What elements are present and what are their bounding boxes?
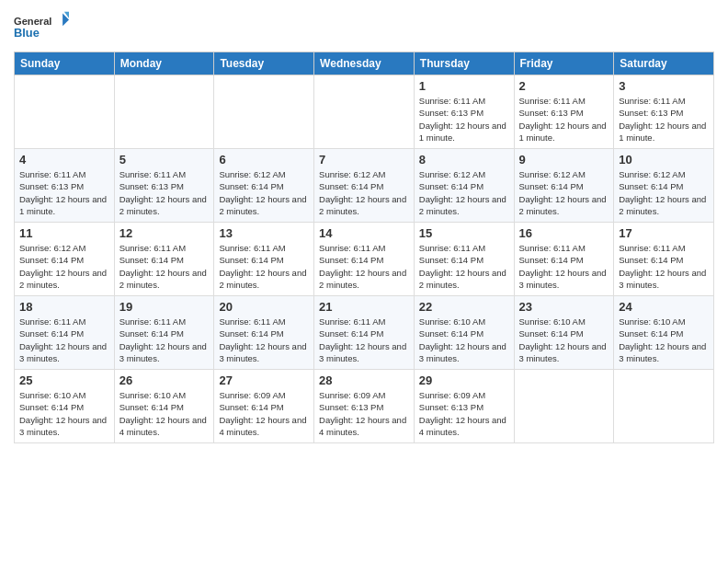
day-number: 4: [19, 153, 109, 167]
col-header-sunday: Sunday: [15, 52, 115, 75]
day-number: 15: [419, 226, 509, 240]
day-number: 7: [319, 153, 409, 167]
day-info: Sunrise: 6:11 AM Sunset: 6:13 PM Dayligh…: [419, 95, 509, 144]
header: General Blue: [14, 9, 714, 46]
day-info: Sunrise: 6:11 AM Sunset: 6:14 PM Dayligh…: [219, 316, 309, 364]
day-info: Sunrise: 6:11 AM Sunset: 6:14 PM Dayligh…: [219, 242, 309, 291]
day-number: 10: [619, 153, 709, 167]
day-number: 12: [119, 226, 210, 240]
day-number: 3: [619, 79, 709, 93]
day-info: Sunrise: 6:11 AM Sunset: 6:14 PM Dayligh…: [319, 242, 409, 291]
day-info: Sunrise: 6:10 AM Sunset: 6:14 PM Dayligh…: [519, 316, 609, 364]
day-info: Sunrise: 6:11 AM Sunset: 6:14 PM Dayligh…: [19, 316, 109, 364]
day-info: Sunrise: 6:09 AM Sunset: 6:13 PM Dayligh…: [319, 389, 409, 438]
day-number: 17: [619, 226, 709, 240]
day-number: 27: [219, 373, 309, 387]
col-header-wednesday: Wednesday: [314, 52, 415, 75]
day-number: 29: [419, 373, 509, 387]
day-number: 23: [519, 300, 609, 314]
calendar-cell: 26Sunrise: 6:10 AM Sunset: 6:14 PM Dayli…: [114, 370, 214, 443]
day-info: Sunrise: 6:12 AM Sunset: 6:14 PM Dayligh…: [19, 242, 109, 291]
day-number: 8: [419, 153, 509, 167]
day-number: 16: [519, 226, 609, 240]
calendar-cell: 2Sunrise: 6:11 AM Sunset: 6:13 PM Daylig…: [514, 75, 614, 149]
day-number: 28: [319, 373, 409, 387]
day-number: 26: [119, 373, 210, 387]
day-number: 11: [19, 226, 109, 240]
day-number: 20: [219, 300, 309, 314]
col-header-saturday: Saturday: [614, 52, 714, 75]
header-row: SundayMondayTuesdayWednesdayThursdayFrid…: [15, 52, 714, 75]
day-info: Sunrise: 6:12 AM Sunset: 6:14 PM Dayligh…: [519, 168, 609, 217]
day-number: 19: [119, 300, 210, 314]
calendar-cell: 13Sunrise: 6:11 AM Sunset: 6:14 PM Dayli…: [214, 223, 314, 296]
calendar-cell: 27Sunrise: 6:09 AM Sunset: 6:14 PM Dayli…: [214, 370, 314, 443]
day-number: 5: [119, 153, 210, 167]
calendar-cell: 5Sunrise: 6:11 AM Sunset: 6:13 PM Daylig…: [114, 149, 214, 223]
calendar-cell: 19Sunrise: 6:11 AM Sunset: 6:14 PM Dayli…: [114, 296, 214, 370]
calendar-cell: 25Sunrise: 6:10 AM Sunset: 6:14 PM Dayli…: [15, 370, 115, 443]
week-row-1: 1Sunrise: 6:11 AM Sunset: 6:13 PM Daylig…: [15, 75, 714, 149]
calendar-cell: [314, 75, 415, 149]
calendar-cell: 6Sunrise: 6:12 AM Sunset: 6:14 PM Daylig…: [214, 149, 314, 223]
day-number: 2: [519, 79, 609, 93]
calendar-cell: 20Sunrise: 6:11 AM Sunset: 6:14 PM Dayli…: [214, 296, 314, 370]
day-number: 6: [219, 153, 309, 167]
svg-text:General: General: [14, 16, 51, 27]
calendar-cell: 22Sunrise: 6:10 AM Sunset: 6:14 PM Dayli…: [414, 296, 514, 370]
day-info: Sunrise: 6:11 AM Sunset: 6:13 PM Dayligh…: [519, 95, 609, 144]
calendar-cell: 18Sunrise: 6:11 AM Sunset: 6:14 PM Dayli…: [15, 296, 115, 370]
calendar-cell: 23Sunrise: 6:10 AM Sunset: 6:14 PM Dayli…: [514, 296, 614, 370]
day-number: 1: [419, 79, 509, 93]
day-number: 9: [519, 153, 609, 167]
day-number: 22: [419, 300, 509, 314]
week-row-5: 25Sunrise: 6:10 AM Sunset: 6:14 PM Dayli…: [15, 370, 714, 443]
day-number: 24: [619, 300, 709, 314]
calendar-cell: 21Sunrise: 6:11 AM Sunset: 6:14 PM Dayli…: [314, 296, 415, 370]
calendar-cell: 14Sunrise: 6:11 AM Sunset: 6:14 PM Dayli…: [314, 223, 415, 296]
col-header-friday: Friday: [514, 52, 614, 75]
calendar-cell: [15, 75, 115, 149]
logo-svg: General Blue: [14, 9, 69, 46]
day-info: Sunrise: 6:12 AM Sunset: 6:14 PM Dayligh…: [619, 168, 709, 217]
day-info: Sunrise: 6:11 AM Sunset: 6:14 PM Dayligh…: [319, 316, 409, 364]
day-info: Sunrise: 6:10 AM Sunset: 6:14 PM Dayligh…: [119, 389, 210, 438]
calendar-cell: [614, 370, 714, 443]
calendar-cell: 16Sunrise: 6:11 AM Sunset: 6:14 PM Dayli…: [514, 223, 614, 296]
calendar-cell: 7Sunrise: 6:12 AM Sunset: 6:14 PM Daylig…: [314, 149, 415, 223]
day-info: Sunrise: 6:11 AM Sunset: 6:14 PM Dayligh…: [619, 242, 709, 291]
day-info: Sunrise: 6:11 AM Sunset: 6:14 PM Dayligh…: [519, 242, 609, 291]
calendar-cell: 24Sunrise: 6:10 AM Sunset: 6:14 PM Dayli…: [614, 296, 714, 370]
day-info: Sunrise: 6:12 AM Sunset: 6:14 PM Dayligh…: [219, 168, 309, 217]
col-header-monday: Monday: [114, 52, 214, 75]
calendar-cell: [214, 75, 314, 149]
calendar-cell: 3Sunrise: 6:11 AM Sunset: 6:13 PM Daylig…: [614, 75, 714, 149]
day-info: Sunrise: 6:11 AM Sunset: 6:14 PM Dayligh…: [419, 242, 509, 291]
day-info: Sunrise: 6:11 AM Sunset: 6:13 PM Dayligh…: [619, 95, 709, 144]
week-row-4: 18Sunrise: 6:11 AM Sunset: 6:14 PM Dayli…: [15, 296, 714, 370]
day-info: Sunrise: 6:11 AM Sunset: 6:14 PM Dayligh…: [119, 316, 210, 364]
day-info: Sunrise: 6:09 AM Sunset: 6:14 PM Dayligh…: [219, 389, 309, 438]
calendar-cell: 8Sunrise: 6:12 AM Sunset: 6:14 PM Daylig…: [414, 149, 514, 223]
calendar-cell: [514, 370, 614, 443]
day-info: Sunrise: 6:11 AM Sunset: 6:14 PM Dayligh…: [119, 242, 210, 291]
day-info: Sunrise: 6:10 AM Sunset: 6:14 PM Dayligh…: [619, 316, 709, 364]
calendar-cell: 10Sunrise: 6:12 AM Sunset: 6:14 PM Dayli…: [614, 149, 714, 223]
calendar-cell: [114, 75, 214, 149]
week-row-3: 11Sunrise: 6:12 AM Sunset: 6:14 PM Dayli…: [15, 223, 714, 296]
logo: General Blue: [14, 9, 69, 46]
day-info: Sunrise: 6:12 AM Sunset: 6:14 PM Dayligh…: [319, 168, 409, 217]
day-info: Sunrise: 6:09 AM Sunset: 6:13 PM Dayligh…: [419, 389, 509, 438]
calendar-cell: 11Sunrise: 6:12 AM Sunset: 6:14 PM Dayli…: [15, 223, 115, 296]
calendar-table: SundayMondayTuesdayWednesdayThursdayFrid…: [14, 52, 714, 443]
day-number: 18: [19, 300, 109, 314]
calendar-cell: 1Sunrise: 6:11 AM Sunset: 6:13 PM Daylig…: [414, 75, 514, 149]
day-info: Sunrise: 6:11 AM Sunset: 6:13 PM Dayligh…: [19, 168, 109, 217]
svg-text:Blue: Blue: [14, 26, 40, 40]
day-number: 13: [219, 226, 309, 240]
day-number: 14: [319, 226, 409, 240]
calendar-cell: 15Sunrise: 6:11 AM Sunset: 6:14 PM Dayli…: [414, 223, 514, 296]
day-number: 21: [319, 300, 409, 314]
calendar-cell: 17Sunrise: 6:11 AM Sunset: 6:14 PM Dayli…: [614, 223, 714, 296]
calendar-cell: 12Sunrise: 6:11 AM Sunset: 6:14 PM Dayli…: [114, 223, 214, 296]
